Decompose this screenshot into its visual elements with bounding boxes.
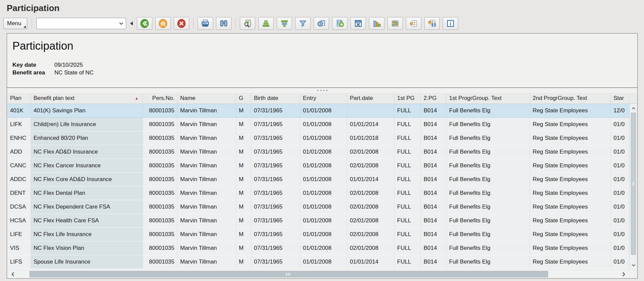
print-button[interactable] — [198, 17, 213, 30]
cell-name[interactable]: Marvin Tillman — [177, 200, 236, 214]
cell-pers_no[interactable]: 80001035 — [143, 200, 177, 214]
cell-plan[interactable]: HCSA — [7, 214, 31, 228]
cell-start[interactable]: 01/0 — [611, 131, 629, 145]
cell-part_date[interactable]: 02/01/2008 — [347, 228, 394, 241]
cell-g[interactable]: M — [236, 159, 251, 173]
cell-pg1_text[interactable]: Full Benefits Elg — [446, 241, 530, 255]
column-header-g[interactable]: G — [236, 93, 251, 104]
cell-pers_no[interactable]: 80001035 — [143, 145, 177, 159]
cell-birth_date[interactable]: 07/31/1965 — [251, 200, 300, 214]
horizontal-scroll-thumb[interactable] — [30, 271, 548, 277]
cell-benefit_plan_text[interactable]: NC Flex AD&D Insurance — [31, 145, 143, 159]
cell-g[interactable]: M — [236, 145, 251, 159]
cell-birth_date[interactable]: 07/31/1965 — [251, 118, 300, 131]
cell-pg_1[interactable]: FULL — [394, 118, 421, 131]
column-header-plan[interactable]: Plan — [7, 93, 31, 104]
change-layout-button[interactable] — [406, 17, 421, 30]
table-row[interactable]: HCSANC Flex Health Care FSA80001035Marvi… — [7, 214, 629, 228]
cell-pg_1[interactable]: FULL — [394, 255, 421, 269]
cell-benefit_plan_text[interactable]: Child(ren) Life Insurance — [31, 118, 143, 131]
cell-entry[interactable]: 01/01/2008 — [300, 255, 347, 269]
cell-entry[interactable]: 01/01/2008 — [300, 241, 347, 255]
cell-name[interactable]: Marvin Tillman — [177, 228, 236, 241]
table-row[interactable]: LIFENC Flex Life Insurance80001035Marvin… — [7, 228, 629, 241]
cell-pg1_text[interactable]: Full Benefits Elg — [446, 255, 530, 269]
cell-pg1_text[interactable]: Full Benefits Elg — [446, 228, 530, 241]
cell-entry[interactable]: 01/01/2008 — [300, 186, 347, 200]
cell-start[interactable]: 01/0 — [611, 186, 629, 200]
cell-benefit_plan_text[interactable]: Enhanced 80/20 Plan — [31, 131, 143, 145]
cell-entry[interactable]: 01/01/2008 — [300, 118, 347, 131]
cell-pg1_text[interactable]: Full Benefits Elg — [446, 173, 530, 186]
cell-pg1_text[interactable]: Full Benefits Elg — [446, 145, 530, 159]
cell-benefit_plan_text[interactable]: NC Flex Life Insurance — [31, 228, 143, 241]
cell-plan[interactable]: DCSA — [7, 200, 31, 214]
column-header-pg2_text[interactable]: 2nd ProgrGroup. Text — [530, 93, 611, 104]
cell-benefit_plan_text[interactable]: 401(K) Savings Plan — [31, 104, 143, 118]
cell-start[interactable]: 01/0 — [611, 255, 629, 269]
cell-pers_no[interactable]: 80001035 — [143, 159, 177, 173]
cell-plan[interactable]: DENT — [7, 186, 31, 200]
cell-pg2_text[interactable]: Reg State Employees — [530, 214, 611, 228]
cell-pers_no[interactable]: 80001035 — [143, 214, 177, 228]
column-header-pg_1[interactable]: 1st PG — [394, 93, 421, 104]
cell-part_date[interactable]: 01/01/2018 — [347, 131, 394, 145]
cell-pg_2[interactable]: B014 — [421, 104, 446, 118]
views-button[interactable] — [387, 17, 403, 30]
info-button[interactable]: i — [443, 17, 458, 30]
cell-entry[interactable]: 01/01/2008 — [300, 131, 347, 145]
cell-part_date[interactable]: 01/01/2014 — [347, 255, 394, 269]
cell-pers_no[interactable]: 80001035 — [143, 131, 177, 145]
cell-pg_1[interactable]: FULL — [394, 145, 421, 159]
table-row[interactable]: CANCNC Flex Cancer Insurance80001035Marv… — [7, 159, 629, 173]
cell-birth_date[interactable]: 07/31/1965 — [251, 228, 300, 241]
cell-start[interactable]: 01/0 — [611, 241, 629, 255]
command-field-input[interactable] — [37, 18, 117, 29]
cell-pg_1[interactable]: FULL — [394, 186, 421, 200]
cell-pg1_text[interactable]: Full Benefits Elg — [446, 104, 530, 118]
cell-pg_2[interactable]: B014 — [421, 214, 446, 228]
cell-g[interactable]: M — [236, 241, 251, 255]
cell-pers_no[interactable]: 80001035 — [143, 186, 177, 200]
collapse-toolbar-button[interactable] — [129, 21, 134, 26]
sort-ascending-button[interactable] — [258, 17, 274, 30]
cell-entry[interactable]: 01/01/2008 — [300, 145, 347, 159]
cell-benefit_plan_text[interactable]: Spouse Life Insurance — [31, 255, 143, 269]
cell-birth_date[interactable]: 07/31/1965 — [251, 173, 300, 186]
cell-start[interactable]: 01/0 — [611, 228, 629, 241]
cell-pg2_text[interactable]: Reg State Employees — [530, 228, 611, 241]
table-row[interactable]: ADDNC Flex AD&D Insurance80001035Marvin … — [7, 145, 629, 159]
details-button[interactable] — [240, 17, 255, 30]
cell-birth_date[interactable]: 07/31/1965 — [251, 214, 300, 228]
cell-pg2_text[interactable]: Reg State Employees — [530, 131, 611, 145]
filter-button[interactable] — [295, 17, 311, 30]
cell-benefit_plan_text[interactable]: NC Flex Dental Plan — [31, 186, 143, 200]
cell-pg_2[interactable]: B014 — [421, 200, 446, 214]
exit-button[interactable] — [155, 17, 171, 30]
cell-pg2_text[interactable]: Reg State Employees — [530, 118, 611, 131]
cell-name[interactable]: Marvin Tillman — [177, 241, 236, 255]
chevron-down-icon[interactable] — [117, 22, 126, 25]
column-header-entry[interactable]: Entry — [300, 93, 347, 104]
cell-plan[interactable]: VIS — [7, 241, 31, 255]
cell-pg2_text[interactable]: Reg State Employees — [530, 173, 611, 186]
cell-name[interactable]: Marvin Tillman — [177, 104, 236, 118]
cell-plan[interactable]: 401K — [7, 104, 31, 118]
cell-pg2_text[interactable]: Reg State Employees — [530, 200, 611, 214]
cell-g[interactable]: M — [236, 131, 251, 145]
sort-descending-button[interactable] — [277, 17, 292, 30]
cell-birth_date[interactable]: 07/31/1965 — [251, 255, 300, 269]
cell-pg2_text[interactable]: Reg State Employees — [530, 145, 611, 159]
cell-birth_date[interactable]: 07/31/1965 — [251, 186, 300, 200]
table-row[interactable]: LIFSSpouse Life Insurance80001035Marvin … — [7, 255, 629, 269]
cell-start[interactable]: 01/0 — [611, 214, 629, 228]
cell-plan[interactable]: ADDC — [7, 173, 31, 186]
cell-pg1_text[interactable]: Full Benefits Elg — [446, 200, 530, 214]
column-header-benefit_plan_text[interactable]: Benefit plan text▲ — [31, 93, 143, 104]
cell-g[interactable]: M — [236, 104, 251, 118]
cell-part_date[interactable]: 02/01/2008 — [347, 214, 394, 228]
column-header-birth_date[interactable]: Birth date — [251, 93, 300, 104]
cell-pers_no[interactable]: 80001035 — [143, 255, 177, 269]
column-header-pg1_text[interactable]: 1st ProgrGroup. Text — [446, 93, 530, 104]
column-header-start[interactable]: Star — [611, 93, 629, 104]
